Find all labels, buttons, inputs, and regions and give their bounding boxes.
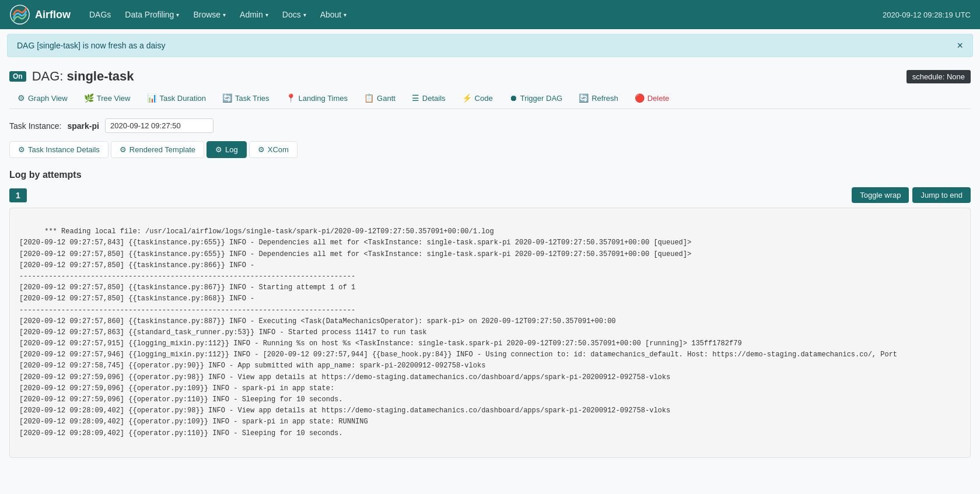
task-instance-row: Task Instance: spark-pi <box>9 118 971 133</box>
nav-browse[interactable]: Browse ▾ <box>186 0 233 29</box>
nav-admin[interactable]: Admin ▾ <box>233 0 275 29</box>
tab-tree-view[interactable]: 🌿 Tree View <box>76 89 139 108</box>
navbar: Airflow DAGs Data Profiling ▾ Browse ▾ A… <box>0 0 980 29</box>
nav-data-profiling[interactable]: Data Profiling ▾ <box>118 0 186 29</box>
dag-title: DAG: single-task <box>32 69 134 84</box>
airflow-logo-icon <box>9 4 30 25</box>
main-tab-bar: ⚙ Graph View 🌿 Tree View 📊 Task Duration… <box>9 89 971 109</box>
nav-about[interactable]: About ▾ <box>313 0 354 29</box>
tab-gantt[interactable]: 📋 Gantt <box>356 89 404 108</box>
subtab-log[interactable]: ⚙ Log <box>206 141 247 158</box>
dag-name: single-task <box>67 69 134 83</box>
chevron-down-icon: ▾ <box>265 12 268 18</box>
schedule-badge: schedule: None <box>907 70 971 83</box>
chevron-down-icon: ▾ <box>344 12 346 18</box>
dag-prefix: DAG: <box>32 69 64 83</box>
tab-landing-times[interactable]: 📍 Landing Times <box>278 89 356 108</box>
tab-details[interactable]: ☰ Details <box>404 89 454 108</box>
log-action-buttons: Toggle wrap Jump to end <box>852 187 971 203</box>
gantt-icon: 📋 <box>364 93 374 103</box>
task-instance-details-icon: ⚙ <box>18 145 25 154</box>
log-controls: 1 Toggle wrap Jump to end <box>9 187 971 203</box>
main-content: On DAG: single-task schedule: None ⚙ Gra… <box>0 62 980 467</box>
subtab-bar: ⚙ Task Instance Details ⚙ Rendered Templ… <box>9 141 971 158</box>
subtab-xcom[interactable]: ⚙ XCom <box>249 141 298 158</box>
log-icon: ⚙ <box>215 145 222 154</box>
nav-dags[interactable]: DAGs <box>82 0 118 29</box>
landing-times-icon: 📍 <box>286 93 296 103</box>
tab-delete[interactable]: 🔴 Delete <box>626 89 678 108</box>
jump-to-end-button[interactable]: Jump to end <box>912 187 971 203</box>
xcom-icon: ⚙ <box>258 145 265 154</box>
task-instance-name: spark-pi <box>68 121 99 131</box>
alert-banner: DAG [single-task] is now fresh as a dais… <box>7 34 973 57</box>
trigger-dag-icon: ⏺ <box>509 93 517 103</box>
refresh-icon: 🔄 <box>579 93 589 103</box>
dag-title-area: On DAG: single-task <box>9 69 134 84</box>
navbar-datetime: 2020-09-12 09:28:19 UTC <box>883 10 971 19</box>
log-content: *** Reading local file: /usr/local/airfl… <box>19 227 897 437</box>
tab-graph-view[interactable]: ⚙ Graph View <box>9 89 76 108</box>
graph-view-icon: ⚙ <box>18 93 25 103</box>
dag-header: On DAG: single-task schedule: None <box>9 62 971 89</box>
tab-task-duration[interactable]: 📊 Task Duration <box>139 89 214 108</box>
on-badge: On <box>9 71 26 82</box>
code-icon: ⚡ <box>462 93 472 103</box>
task-tries-icon: 🔄 <box>222 93 232 103</box>
chevron-down-icon: ▾ <box>176 12 179 18</box>
tree-view-icon: 🌿 <box>84 93 94 103</box>
nav-docs[interactable]: Docs ▾ <box>275 0 313 29</box>
task-instance-label: Task Instance: <box>9 121 62 131</box>
tab-code[interactable]: ⚡ Code <box>454 89 501 108</box>
task-duration-icon: 📊 <box>147 93 157 103</box>
tab-task-tries[interactable]: 🔄 Task Tries <box>214 89 278 108</box>
rendered-template-icon: ⚙ <box>120 145 127 154</box>
log-output: *** Reading local file: /usr/local/airfl… <box>9 208 971 458</box>
subtab-rendered-template[interactable]: ⚙ Rendered Template <box>111 141 204 158</box>
brand-name: Airflow <box>35 9 71 21</box>
delete-icon: 🔴 <box>635 93 645 103</box>
log-section: Log by attempts 1 Toggle wrap Jump to en… <box>9 170 971 458</box>
tab-refresh[interactable]: 🔄 Refresh <box>570 89 626 108</box>
chevron-down-icon: ▾ <box>303 12 306 18</box>
alert-close-button[interactable]: × <box>957 40 963 51</box>
task-instance-datetime-input[interactable] <box>105 118 214 133</box>
details-icon: ☰ <box>412 93 419 103</box>
chevron-down-icon: ▾ <box>223 12 226 18</box>
tab-trigger-dag[interactable]: ⏺ Trigger DAG <box>501 89 570 108</box>
alert-message: DAG [single-task] is now fresh as a dais… <box>17 41 165 50</box>
log-section-title: Log by attempts <box>9 170 971 180</box>
toggle-wrap-button[interactable]: Toggle wrap <box>852 187 909 203</box>
subtab-task-instance-details[interactable]: ⚙ Task Instance Details <box>9 141 108 158</box>
attempt-1-button[interactable]: 1 <box>9 188 27 202</box>
brand-logo[interactable]: Airflow <box>9 4 71 25</box>
